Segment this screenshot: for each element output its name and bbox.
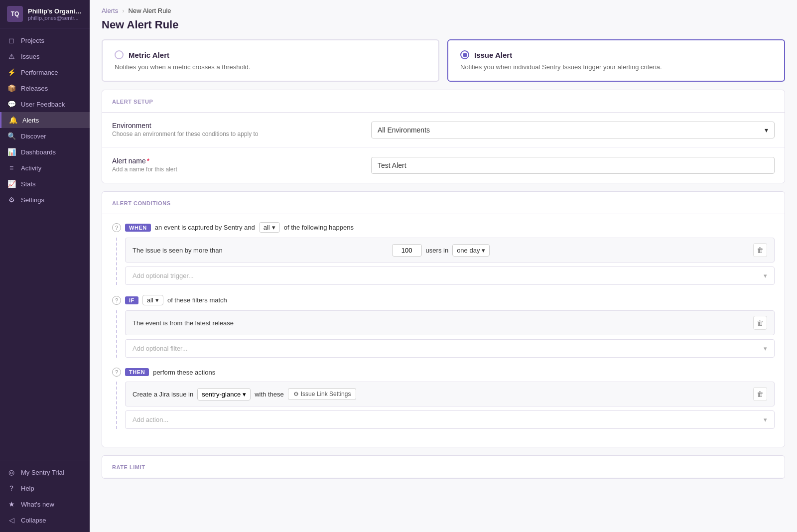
sidebar-item-label: Dashboards <box>21 148 56 156</box>
filter-text: The event is from the latest release <box>133 319 749 327</box>
when-conditions-container: The issue is seen by more than users in … <box>116 238 775 285</box>
then-block: ? THEN perform these actions Create a Ji… <box>112 368 775 429</box>
radio-inner-dot <box>463 53 467 57</box>
sidebar-item-performance[interactable]: ⚡ Performance <box>0 64 90 80</box>
jira-project-select[interactable]: sentry-glance ▾ <box>197 388 251 400</box>
stats-icon: 📈 <box>7 180 16 188</box>
jira-action-row: Create a Jira issue in sentry-glance ▾ w… <box>133 388 749 400</box>
chevron-down-icon: ▾ <box>155 296 159 304</box>
issue-alert-card[interactable]: Issue Alert Notifies you when individual… <box>447 39 785 82</box>
sidebar-item-alerts[interactable]: 🔔 Alerts <box>0 112 90 128</box>
metric-alert-desc: Notifies you when a metric crosses a thr… <box>115 63 426 71</box>
sidebar-item-label: Activity <box>21 164 41 172</box>
dashboards-icon: 📊 <box>7 148 16 156</box>
sidebar-item-dashboards[interactable]: 📊 Dashboards <box>0 144 90 160</box>
my-sentry-trial-icon: ◎ <box>7 468 16 476</box>
issue-link-settings-button[interactable]: ⚙ Issue Link Settings <box>288 388 357 400</box>
then-action-line: Create a Jira issue in sentry-glance ▾ w… <box>125 382 775 406</box>
then-header: ? THEN perform these actions <box>112 368 775 377</box>
condition-count-input[interactable] <box>392 244 422 257</box>
when-help-icon[interactable]: ? <box>112 223 121 232</box>
environment-select[interactable]: All Environments ▾ <box>371 122 775 138</box>
sidebar-item-label: Issues <box>21 53 40 60</box>
collapse-icon: ◁ <box>7 516 16 524</box>
sidebar-item-settings[interactable]: ⚙ Settings <box>0 192 90 208</box>
add-filter-dropdown[interactable]: Add optional filter... ▾ <box>125 339 775 358</box>
rate-limit-header: RATE LIMIT <box>102 456 785 478</box>
condition-prefix: The issue is seen by more than <box>133 247 388 254</box>
releases-icon: 📦 <box>7 84 16 92</box>
org-email: phillip.jones@sentr... <box>28 15 83 21</box>
conditions-header: ALERT CONDITIONS <box>102 192 785 214</box>
chevron-down-icon: ▾ <box>764 345 767 352</box>
if-help-icon[interactable]: ? <box>112 296 121 305</box>
chevron-down-icon: ▾ <box>764 272 767 279</box>
discover-icon: 🔍 <box>7 132 16 140</box>
condition-mid: users in <box>426 247 449 254</box>
user-feedback-icon: 💬 <box>7 100 16 108</box>
environment-row: Environment Choose an environment for th… <box>102 113 785 148</box>
add-trigger-placeholder: Add optional trigger... <box>133 272 194 279</box>
sidebar-item-collapse[interactable]: ◁ Collapse <box>0 512 90 528</box>
sidebar-item-label: Stats <box>21 180 36 188</box>
sidebar-item-whats-new[interactable]: ★ What's new <box>0 496 90 512</box>
alerts-icon: 🔔 <box>8 116 17 124</box>
sidebar-item-discover[interactable]: 🔍 Discover <box>0 128 90 144</box>
then-action-delete-button[interactable]: 🗑 <box>753 387 767 401</box>
alert-name-sublabel: Add a name for this alert <box>112 166 371 173</box>
alert-name-input[interactable] <box>371 157 775 174</box>
sidebar-item-activity[interactable]: ≡ Activity <box>0 160 90 176</box>
add-action-dropdown[interactable]: Add action... ▾ <box>125 410 775 429</box>
when-condition-delete-button[interactable]: 🗑 <box>753 243 767 257</box>
sidebar-item-label: Discover <box>21 133 46 140</box>
sidebar-item-label: Alerts <box>22 117 39 124</box>
alert-setup-label: ALERT SETUP <box>112 99 153 105</box>
conditions-body: ? WHEN an event is captured by Sentry an… <box>102 214 785 447</box>
chevron-down-icon: ▾ <box>764 416 767 423</box>
required-marker: * <box>147 157 149 165</box>
if-condition-delete-button[interactable]: 🗑 <box>753 316 767 330</box>
action-mid: with these <box>255 391 284 398</box>
sidebar-item-label: User Feedback <box>21 101 65 108</box>
conditions-label: ALERT CONDITIONS <box>112 200 171 206</box>
add-trigger-dropdown[interactable]: Add optional trigger... ▾ <box>125 266 775 285</box>
when-all-select[interactable]: all ▾ <box>259 222 280 233</box>
sidebar-item-stats[interactable]: 📈 Stats <box>0 176 90 192</box>
settings-icon: ⚙ <box>7 196 16 204</box>
when-condition-line: The issue is seen by more than users in … <box>125 238 775 263</box>
sidebar-item-projects[interactable]: ◻ Projects <box>0 32 90 48</box>
projects-icon: ◻ <box>7 36 16 44</box>
issue-alert-radio[interactable] <box>460 50 469 59</box>
rate-limit-label: RATE LIMIT <box>112 464 145 470</box>
then-help-icon[interactable]: ? <box>112 368 121 377</box>
sidebar-item-label: Performance <box>21 69 58 76</box>
sidebar-item-label: Settings <box>21 196 44 204</box>
metric-alert-card[interactable]: Metric Alert Notifies you when a metric … <box>102 39 439 82</box>
when-block: ? WHEN an event is captured by Sentry an… <box>112 222 775 285</box>
breadcrumb-parent[interactable]: Alerts <box>102 7 118 14</box>
then-badge: THEN <box>125 368 149 376</box>
sidebar: TQ Phillip's Organiz... phillip.jones@se… <box>0 0 90 532</box>
if-suffix-text: of these filters match <box>167 296 227 304</box>
metric-alert-radio[interactable] <box>115 50 124 59</box>
org-name: Phillip's Organiz... <box>28 7 83 15</box>
alert-type-selector: Metric Alert Notifies you when a metric … <box>90 39 797 90</box>
gear-icon: ⚙ <box>293 391 299 398</box>
breadcrumb: Alerts › New Alert Rule <box>90 0 797 14</box>
alert-conditions-section: ALERT CONDITIONS ? WHEN an event is capt… <box>102 191 785 447</box>
condition-period-select[interactable]: one day ▾ <box>452 244 490 257</box>
chevron-down-icon: ▾ <box>243 391 246 398</box>
sidebar-item-help[interactable]: ? Help <box>0 480 90 496</box>
sidebar-item-releases[interactable]: 📦 Releases <box>0 80 90 96</box>
sidebar-item-label: My Sentry Trial <box>21 469 64 476</box>
page-title: New Alert Rule <box>90 14 797 39</box>
sidebar-item-user-feedback[interactable]: 💬 User Feedback <box>0 96 90 112</box>
metric-alert-title: Metric Alert <box>129 51 169 59</box>
sidebar-item-my-sentry-trial[interactable]: ◎ My Sentry Trial <box>0 464 90 480</box>
performance-icon: ⚡ <box>7 68 16 76</box>
org-header[interactable]: TQ Phillip's Organiz... phillip.jones@se… <box>0 0 90 28</box>
main-content: Alerts › New Alert Rule New Alert Rule M… <box>90 0 797 532</box>
sidebar-item-issues[interactable]: ⚠ Issues <box>0 48 90 64</box>
if-all-select[interactable]: all ▾ <box>142 295 163 305</box>
whats-new-icon: ★ <box>7 500 16 508</box>
